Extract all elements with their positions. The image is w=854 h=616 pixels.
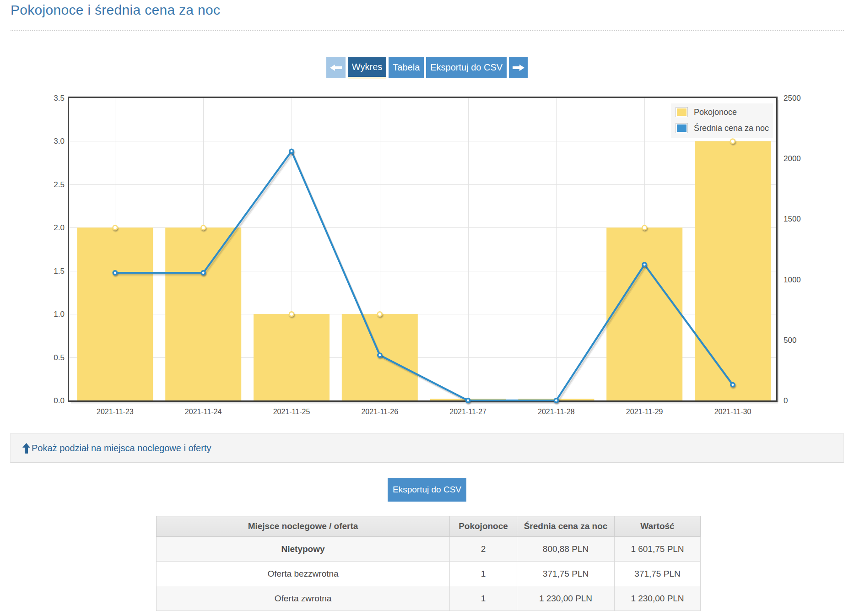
table-cell: Nietypowy <box>157 537 450 562</box>
header-miejsce: Miejsce noclegowe / oferta <box>157 516 450 537</box>
tab-wykres[interactable]: Wykres <box>348 57 386 79</box>
table-row: Oferta bezzwrotna1371,75 PLN371,75 PLN <box>157 562 701 586</box>
arrow-right-icon <box>513 65 524 71</box>
line-marker <box>290 149 293 153</box>
legend-label: Pokojonoce <box>694 108 737 117</box>
chart-legend: PokojonoceŚrednia cena za noc <box>671 103 773 138</box>
export-csv-button-bottom[interactable]: Eksportuj do CSV <box>388 478 466 502</box>
prev-period-button[interactable] <box>326 57 346 78</box>
table-cell: 1 <box>450 586 517 611</box>
table-cell: 1 230,00 PLN <box>615 586 701 611</box>
table-cell: 800,88 PLN <box>517 537 615 562</box>
x-axis-category-label: 2021-11-29 <box>626 408 663 416</box>
line-marker <box>466 399 470 402</box>
bar <box>165 227 241 400</box>
x-axis-category-label: 2021-11-27 <box>449 408 486 416</box>
left-axis-tick-label: 2.5 <box>54 180 65 189</box>
x-axis-category-label: 2021-11-28 <box>538 408 575 416</box>
next-period-button[interactable] <box>509 57 528 78</box>
table-cell: 2 <box>450 537 517 562</box>
tab-tabela[interactable]: Tabela <box>389 57 424 78</box>
arrow-right-shape <box>513 65 524 71</box>
left-axis-tick-label: 1.5 <box>54 267 65 276</box>
table-row: Nietypowy2800,88 PLN1 601,75 PLN <box>157 537 701 562</box>
right-axis-tick-label: 0 <box>784 396 788 405</box>
title-divider <box>11 30 844 31</box>
left-axis-tick-label: 0.0 <box>54 396 65 405</box>
arrow-up-shape <box>22 443 30 454</box>
left-axis-tick-label: 3.5 <box>54 94 65 103</box>
x-axis-category-label: 2021-11-25 <box>273 408 310 416</box>
legend-swatch-color <box>677 108 686 116</box>
legend-label: Średnia cena za noc <box>694 124 769 133</box>
header-pokojonoce: Pokojonoce <box>450 516 517 537</box>
legend-swatch <box>676 123 688 133</box>
table-header-row: Miejsce noclegowe / oferta Pokojonoce Śr… <box>157 516 701 537</box>
export-csv-button-top[interactable]: Eksportuj do CSV <box>426 57 507 78</box>
table-cell: 1 <box>450 562 517 586</box>
table-row: Oferta zwrotna11 230,00 PLN1 230,00 PLN <box>157 586 701 611</box>
table-cell: 371,75 PLN <box>517 562 615 586</box>
line-marker <box>201 271 205 275</box>
right-axis-tick-label: 500 <box>784 336 796 345</box>
bar <box>77 227 153 400</box>
table-cell: 1 601,75 PLN <box>615 537 701 562</box>
legend-swatch-color <box>677 124 686 132</box>
breakdown-toggle-label: Pokaż podział na miejsca noclegowe i ofe… <box>32 443 211 454</box>
right-axis-tick-label: 1500 <box>784 215 801 223</box>
header-wartosc: Wartość <box>615 516 701 537</box>
legend-swatch <box>676 107 688 117</box>
left-axis-tick-label: 3.0 <box>54 137 65 146</box>
right-axis-tick-label: 2000 <box>784 154 801 163</box>
table-cell: Oferta bezzwrotna <box>157 562 450 586</box>
bar <box>695 141 771 400</box>
bar-marker <box>642 225 647 230</box>
line-marker <box>378 353 382 357</box>
header-srednia-cena: Średnia cena za noc <box>517 516 615 537</box>
table-cell: 371,75 PLN <box>615 562 701 586</box>
x-axis-category-label: 2021-11-24 <box>185 408 222 416</box>
bar <box>254 314 330 400</box>
arrow-up-svg <box>22 443 30 454</box>
bar-marker <box>730 139 735 144</box>
left-axis-tick-label: 2.0 <box>54 223 65 232</box>
bar-series <box>77 141 771 400</box>
arrow-left-icon <box>330 65 342 71</box>
bar <box>606 227 682 400</box>
table-cell: Oferta zwrotna <box>157 586 450 611</box>
line-marker <box>643 263 646 266</box>
x-axis-category-label: 2021-11-23 <box>97 408 134 416</box>
breakdown-toggle-bar[interactable]: Pokaż podział na miejsca noclegowe i ofe… <box>10 433 844 463</box>
line-marker <box>554 399 558 402</box>
bar-marker <box>289 312 294 316</box>
page-title: Pokojonoce i średnia cena za noc <box>11 3 220 17</box>
breakdown-table: Miejsce noclegowe / oferta Pokojonoce Śr… <box>156 516 701 611</box>
x-axis-category-label: 2021-11-26 <box>361 408 398 416</box>
bar-marker <box>113 225 118 230</box>
legend-item: Pokojonoce <box>676 107 769 117</box>
legend-item: Średnia cena za noc <box>676 123 769 133</box>
x-axis-category-label: 2021-11-30 <box>714 408 751 416</box>
bar-marker <box>378 312 382 316</box>
bar-marker <box>201 225 205 230</box>
arrow-up-icon <box>22 443 30 454</box>
line-marker <box>113 271 117 275</box>
line-marker <box>731 383 735 386</box>
chart-toolbar: Wykres Tabela Eksportuj do CSV <box>0 57 854 79</box>
left-axis-tick-label: 1.0 <box>54 310 65 319</box>
arrow-left-shape <box>330 65 342 71</box>
right-axis-tick-label: 2500 <box>784 94 801 103</box>
export-button-row: Eksportuj do CSV <box>0 478 854 502</box>
left-axis-tick-label: 0.5 <box>54 353 65 362</box>
combo-chart: 0.00.51.01.52.02.53.03.50500100015002000… <box>0 87 854 428</box>
chart-area: 0.00.51.01.52.02.53.03.50500100015002000… <box>0 87 854 428</box>
right-axis-tick-label: 1000 <box>784 276 801 284</box>
table-cell: 1 230,00 PLN <box>517 586 615 611</box>
